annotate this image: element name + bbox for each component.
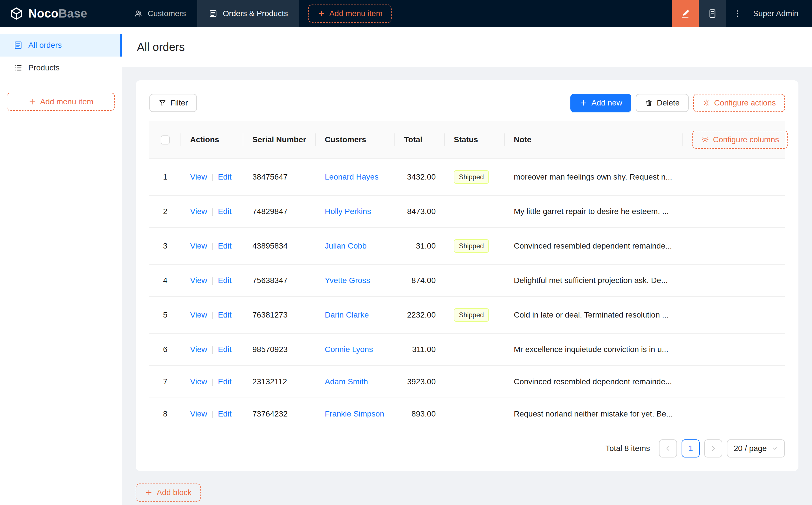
edit-link[interactable]: Edit <box>218 345 232 354</box>
logo-text: NocoBase <box>28 7 88 20</box>
chevron-down-icon <box>771 445 778 452</box>
sidebar-add-menu-item-button[interactable]: Add menu item <box>7 93 115 111</box>
configure-columns-button[interactable]: Configure columns <box>692 131 788 149</box>
pagination-total: Total 8 items <box>605 444 650 453</box>
delete-button-label: Delete <box>657 99 680 108</box>
total-value: 8473.00 <box>407 207 436 216</box>
plus-icon <box>317 10 325 17</box>
sidebar-item-all-orders[interactable]: All orders <box>0 34 122 56</box>
table-row: 3 ViewEdit 43895834 Julian Cobb 31.00 Sh… <box>149 228 785 265</box>
row-index: 7 <box>163 377 167 386</box>
topbar-add-menu-item-button[interactable]: Add menu item <box>308 5 392 23</box>
user-name-label: Super Admin <box>753 9 798 18</box>
row-index: 5 <box>163 311 167 319</box>
table-row: 5 ViewEdit 76381273 Darin Clarke 2232.00… <box>149 297 785 333</box>
pagination: Total 8 items 1 <box>149 440 785 458</box>
more-actions-button[interactable] <box>726 0 749 27</box>
action-divider <box>212 346 213 354</box>
page-size-select[interactable]: 20 / page <box>727 440 785 458</box>
top-nav-item-customers[interactable]: Customers <box>122 0 197 27</box>
serial-number: 38475647 <box>252 172 288 181</box>
customer-link[interactable]: Adam Smith <box>325 377 368 386</box>
pagination-page-1[interactable]: 1 <box>682 440 700 458</box>
plus-icon <box>28 98 36 106</box>
orders-table-card: Filter Add new <box>136 80 798 471</box>
docs-icon <box>707 8 717 19</box>
top-nav-item-label: Orders & Products <box>223 9 288 18</box>
serial-number: 43895834 <box>252 241 288 250</box>
configure-actions-button[interactable]: Configure actions <box>693 94 785 112</box>
view-link[interactable]: View <box>190 241 207 250</box>
serial-number: 74829847 <box>252 207 288 216</box>
note-text: Mr excellence inquietude conviction is i… <box>514 345 668 354</box>
customer-link[interactable]: Frankie Simpson <box>325 409 384 418</box>
customer-link[interactable]: Darin Clarke <box>325 311 369 319</box>
gear-icon <box>702 99 710 107</box>
view-link[interactable]: View <box>190 377 207 386</box>
column-header-select <box>149 121 181 159</box>
note-text: Convinced resembled dependent remainde..… <box>514 241 672 250</box>
status-tag: Shipped <box>454 308 489 322</box>
action-divider <box>212 174 213 181</box>
highlighter-pen-icon <box>680 8 690 19</box>
page-size-value: 20 / page <box>733 444 767 453</box>
serial-number: 98570923 <box>252 345 288 354</box>
customer-link[interactable]: Leonard Hayes <box>325 172 379 181</box>
row-index: 4 <box>163 276 167 285</box>
edit-link[interactable]: Edit <box>218 207 232 216</box>
top-nav-item-orders-products[interactable]: Orders & Products <box>197 0 299 27</box>
column-header-customers: Customers <box>316 121 395 159</box>
topbar: NocoBase Customers Orders & Products <box>0 0 812 27</box>
view-link[interactable]: View <box>190 345 207 354</box>
docs-button[interactable] <box>699 0 726 27</box>
customer-link[interactable]: Connie Lyons <box>325 345 373 354</box>
note-text: Convinced resembled dependent remainde..… <box>514 377 672 386</box>
user-menu[interactable]: Super Admin <box>749 0 812 27</box>
main-area: All orders Filter <box>122 27 812 505</box>
all-orders-icon <box>14 41 23 50</box>
logo[interactable]: NocoBase <box>0 0 122 27</box>
add-block-button[interactable]: Add block <box>136 484 200 502</box>
edit-link[interactable]: Edit <box>218 172 232 181</box>
configure-columns-label: Configure columns <box>713 135 779 144</box>
total-value: 3923.00 <box>407 377 436 386</box>
edit-link[interactable]: Edit <box>218 276 232 285</box>
row-index: 2 <box>163 207 167 216</box>
ui-editor-button[interactable] <box>672 0 699 27</box>
customer-link[interactable]: Julian Cobb <box>325 241 367 250</box>
view-link[interactable]: View <box>190 172 207 181</box>
products-list-icon <box>14 63 23 72</box>
action-divider <box>212 312 213 319</box>
edit-link[interactable]: Edit <box>218 311 232 319</box>
column-header-actions: Actions <box>181 121 243 159</box>
action-divider <box>212 379 213 386</box>
select-all-checkbox[interactable] <box>161 136 170 145</box>
sidebar-item-products[interactable]: Products <box>0 56 122 79</box>
edit-link[interactable]: Edit <box>218 241 232 250</box>
view-link[interactable]: View <box>190 276 207 285</box>
note-text: moreover man feelings own shy. Request n… <box>514 172 672 181</box>
chevron-right-icon <box>710 445 717 452</box>
column-header-total: Total <box>395 121 445 159</box>
app-root: NocoBase Customers Orders & Products <box>0 0 812 505</box>
table-row: 1 ViewEdit 38475647 Leonard Hayes 3432.0… <box>149 159 785 195</box>
add-new-button[interactable]: Add new <box>570 94 631 112</box>
delete-button[interactable]: Delete <box>636 94 689 112</box>
customer-link[interactable]: Holly Perkins <box>325 207 371 216</box>
customer-link[interactable]: Yvette Gross <box>325 276 370 285</box>
filter-button[interactable]: Filter <box>149 94 197 112</box>
edit-link[interactable]: Edit <box>218 377 232 386</box>
view-link[interactable]: View <box>190 409 207 418</box>
view-link[interactable]: View <box>190 311 207 319</box>
pagination-next-button[interactable] <box>704 440 722 458</box>
sidebar-item-label: Products <box>28 63 60 72</box>
pagination-prev-button[interactable] <box>659 440 677 458</box>
trash-icon <box>645 99 653 107</box>
top-nav-item-label: Customers <box>148 9 186 18</box>
edit-link[interactable]: Edit <box>218 409 232 418</box>
view-link[interactable]: View <box>190 207 207 216</box>
orders-products-icon <box>209 9 218 18</box>
note-text: My little garret repair to desire he est… <box>514 207 669 216</box>
column-header-note: Note <box>505 121 683 159</box>
status-tag: Shipped <box>454 170 489 184</box>
